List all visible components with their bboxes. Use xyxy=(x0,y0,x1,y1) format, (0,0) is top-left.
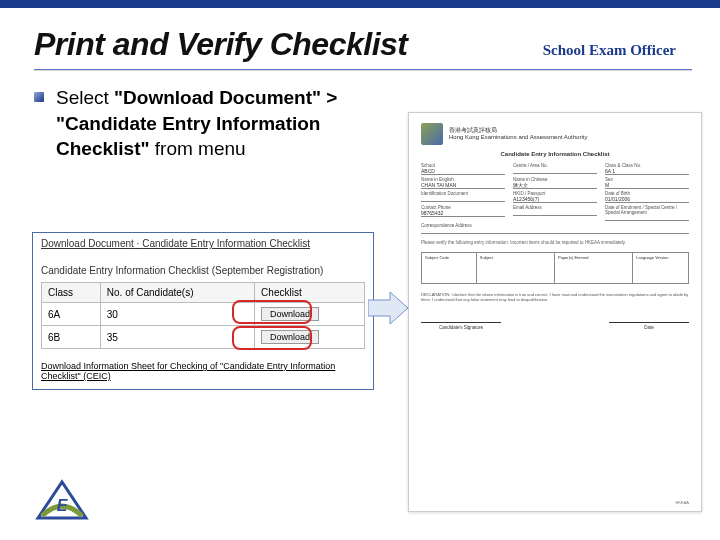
col-class: Class xyxy=(42,283,101,303)
cell-class: 6B xyxy=(42,326,101,349)
svg-text:E: E xyxy=(57,497,69,514)
breadcrumb-sep: · xyxy=(134,238,142,249)
doc-title: Candidate Entry Information Checklist xyxy=(421,151,689,157)
page-title: Print and Verify Checklist xyxy=(34,26,407,63)
role-label: School Exam Officer xyxy=(543,42,686,59)
bullet-text: Select "Download Document" > "Candidate … xyxy=(56,85,394,162)
bullet-icon xyxy=(34,92,44,102)
col-count: No. of Candidate(s) xyxy=(100,283,254,303)
cell-count: 35 xyxy=(100,326,254,349)
accent-bar xyxy=(0,0,720,8)
breadcrumb-a[interactable]: Download Document xyxy=(41,238,134,249)
title-row: Print and Verify Checklist School Exam O… xyxy=(0,8,720,69)
doc-footer: HKEAA xyxy=(675,500,689,505)
col-checklist: Checklist xyxy=(255,283,365,303)
org-name: 香港考試及評核局 Hong Kong Examinations and Asse… xyxy=(449,127,587,141)
bullet-suffix: from menu xyxy=(150,138,246,159)
arrow-icon xyxy=(368,290,408,326)
signature-row: Candidate's Signature Date xyxy=(421,322,689,330)
hkeaa-logo-icon: E xyxy=(34,476,90,522)
bullet-prefix: Select xyxy=(56,87,114,108)
cell-count: 30 xyxy=(100,303,254,326)
checklist-document: 香港考試及評核局 Hong Kong Examinations and Asse… xyxy=(408,112,702,512)
cell-class: 6A xyxy=(42,303,101,326)
breadcrumb-b[interactable]: Candidate Entry Information Checklist xyxy=(142,238,310,249)
bullet-item: Select "Download Document" > "Candidate … xyxy=(34,85,394,162)
download-panel: Download Document · Candidate Entry Info… xyxy=(32,232,374,390)
hkeaa-logo-icon xyxy=(421,123,443,145)
declaration: DECLARATION: I declare that the above in… xyxy=(421,292,689,302)
doc-note: Please verify the following entry inform… xyxy=(421,240,689,246)
subjects-table: Subject Code Subject Paper(s) Entered La… xyxy=(421,252,689,284)
table-row: 6B 35 Download xyxy=(42,326,365,349)
download-button[interactable]: Download xyxy=(261,330,319,344)
svg-marker-0 xyxy=(368,292,408,324)
panel-subtitle: Candidate Entry Information Checklist (S… xyxy=(33,259,373,282)
breadcrumb: Download Document · Candidate Entry Info… xyxy=(33,233,373,259)
download-button[interactable]: Download xyxy=(261,307,319,321)
table-row: 6A 30 Download xyxy=(42,303,365,326)
checklist-table: Class No. of Candidate(s) Checklist 6A 3… xyxy=(41,282,365,349)
info-sheet-link[interactable]: Download Information Sheet for Checking … xyxy=(33,355,373,389)
